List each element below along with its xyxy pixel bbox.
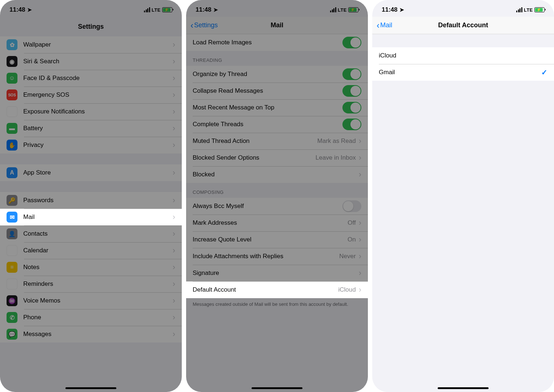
location-arrow-icon: ➤: [213, 7, 218, 13]
row-label: Load Remote Images: [193, 39, 342, 46]
reminders-icon: ⋮: [7, 279, 17, 289]
settings-list[interactable]: ✿ Wallpaper ›◉ Siri & Search ›☺ Face ID …: [0, 36, 182, 392]
row-label: Wallpaper: [23, 41, 173, 48]
chevron-left-icon: ‹: [377, 21, 380, 30]
chevron-right-icon: ›: [359, 285, 361, 295]
row-label: Muted Thread Action: [193, 137, 317, 145]
chevron-right-icon: ›: [173, 140, 175, 150]
settings-row-contacts[interactable]: 👤 Contacts ›: [0, 225, 182, 242]
settings-row-faceid[interactable]: ☺ Face ID & Passcode ›: [0, 70, 182, 87]
phone-icon: ✆: [7, 312, 17, 323]
home-indicator[interactable]: [65, 387, 116, 389]
row-signature[interactable]: Signature›: [186, 265, 368, 281]
settings-row-appstore[interactable]: A App Store ›: [0, 164, 182, 181]
signal-icon: [516, 7, 522, 12]
chevron-right-icon: ›: [173, 168, 175, 177]
siri-icon: ◉: [7, 56, 17, 67]
row-include-attachments-with-replies[interactable]: Include Attachments with RepliesNever›: [186, 248, 368, 265]
row-increase-quote-level[interactable]: Increase Quote LevelOn›: [186, 231, 368, 248]
chevron-right-icon: ›: [173, 296, 175, 305]
chevron-right-icon: ›: [173, 107, 175, 116]
toggle-load-remote[interactable]: [342, 37, 361, 48]
status-time: 11:48: [9, 6, 25, 13]
toggle[interactable]: [342, 119, 361, 130]
row-label: Messages: [23, 331, 173, 338]
row-blocked-sender-options[interactable]: Blocked Sender OptionsLeave in Inbox›: [186, 149, 368, 166]
chevron-left-icon: ‹: [190, 21, 193, 30]
row-value: Never: [339, 253, 356, 260]
settings-row-notes[interactable]: ≡ Notes ›: [0, 259, 182, 276]
settings-row-mail[interactable]: ✉ Mail ›: [0, 209, 182, 225]
settings-row-siri[interactable]: ◉ Siri & Search ›: [0, 53, 182, 70]
toggle[interactable]: [342, 68, 361, 80]
battery-icon: ⚡: [534, 7, 545, 12]
status-bar: 11:48➤ LTE ⚡: [186, 0, 368, 17]
account-list[interactable]: iCloudGmail✓: [372, 34, 554, 392]
toggle[interactable]: [342, 200, 361, 212]
row-load-remote-images[interactable]: Load Remote Images: [186, 34, 368, 51]
row-label: Notes: [23, 264, 173, 271]
carrier-label: LTE: [338, 7, 347, 13]
chevron-right-icon: ›: [359, 235, 361, 244]
back-label: Mail: [380, 21, 392, 29]
settings-row-battery[interactable]: ▬ Battery ›: [0, 120, 182, 137]
contacts-icon: 👤: [7, 228, 17, 239]
row-label: Most Recent Message on Top: [193, 104, 342, 111]
row-always-bcc-myself[interactable]: Always Bcc Myself: [186, 198, 368, 215]
row-value: Leave in Inbox: [316, 154, 356, 161]
row-default-account[interactable]: Default AccountiCloud›: [186, 281, 368, 298]
settings-row-reminders[interactable]: ⋮ Reminders ›: [0, 276, 182, 292]
row-value: Mark as Read: [317, 137, 356, 145]
row-label: Mail: [23, 213, 173, 221]
navbar-default-account: ‹Mail Default Account: [372, 17, 554, 34]
settings-row-passwords[interactable]: 🔑 Passwords ›: [0, 192, 182, 209]
chevron-right-icon: ›: [359, 170, 361, 179]
row-label: Phone: [23, 314, 173, 321]
row-mark-addresses[interactable]: Mark AddressesOff›: [186, 215, 368, 231]
settings-row-phone[interactable]: ✆ Phone ›: [0, 309, 182, 326]
home-indicator[interactable]: [438, 387, 489, 389]
settings-row-wallpaper[interactable]: ✿ Wallpaper ›: [0, 36, 182, 53]
status-bar: 11:48➤ LTE ⚡: [372, 0, 554, 17]
phone-default-account: 11:48➤ LTE ⚡ ‹Mail Default Account iClou…: [372, 0, 554, 392]
row-muted-thread-action[interactable]: Muted Thread ActionMark as Read›: [186, 133, 368, 149]
chevron-right-icon: ›: [359, 268, 361, 278]
toggle[interactable]: [342, 85, 361, 97]
back-label: Settings: [194, 21, 218, 29]
notes-icon: ≡: [7, 262, 17, 273]
row-label: Exposure Notifications: [23, 108, 173, 115]
section-footer: Messages created outside of Mail will be…: [186, 298, 368, 313]
toggle[interactable]: [342, 102, 361, 113]
option-label: iCloud: [379, 52, 547, 59]
row-label: Calendar: [23, 247, 173, 254]
option-icloud[interactable]: iCloud: [372, 47, 554, 64]
exposure-icon: ☀: [7, 106, 17, 117]
row-label: Complete Threads: [193, 121, 342, 128]
mail-settings-list[interactable]: Load Remote Images THREADING Organize by…: [186, 34, 368, 392]
row-blocked[interactable]: Blocked›: [186, 166, 368, 183]
settings-row-privacy[interactable]: ✋ Privacy ›: [0, 137, 182, 153]
back-button[interactable]: ‹Settings: [190, 21, 218, 30]
row-organize-by-thread[interactable]: Organize by Thread: [186, 66, 368, 83]
row-collapse-read-messages[interactable]: Collapse Read Messages: [186, 83, 368, 99]
appstore-icon: A: [7, 167, 17, 178]
row-label: Blocked Sender Options: [193, 154, 316, 161]
row-most-recent-message-on-top[interactable]: Most Recent Message on Top: [186, 99, 368, 116]
settings-row-voice[interactable]: ♒ Voice Memos ›: [0, 292, 182, 309]
home-indicator[interactable]: [252, 387, 302, 389]
back-button[interactable]: ‹Mail: [377, 21, 392, 30]
option-label: Gmail: [379, 69, 541, 76]
row-label: Reminders: [23, 280, 173, 288]
settings-row-calendar[interactable]: ▦ Calendar ›: [0, 242, 182, 259]
privacy-icon: ✋: [7, 140, 17, 151]
status-time: 11:48: [382, 6, 397, 13]
row-complete-threads[interactable]: Complete Threads: [186, 116, 368, 133]
settings-row-exposure[interactable]: ☀ Exposure Notifications ›: [0, 103, 182, 120]
option-gmail[interactable]: Gmail✓: [372, 64, 554, 81]
section-header-composing: COMPOSING: [186, 183, 368, 198]
chevron-right-icon: ›: [173, 73, 175, 83]
settings-row-messages[interactable]: 💬 Messages ›: [0, 326, 182, 343]
row-label: Voice Memos: [23, 297, 173, 304]
row-label: Emergency SOS: [23, 91, 173, 99]
settings-row-sos[interactable]: SOS Emergency SOS ›: [0, 87, 182, 103]
